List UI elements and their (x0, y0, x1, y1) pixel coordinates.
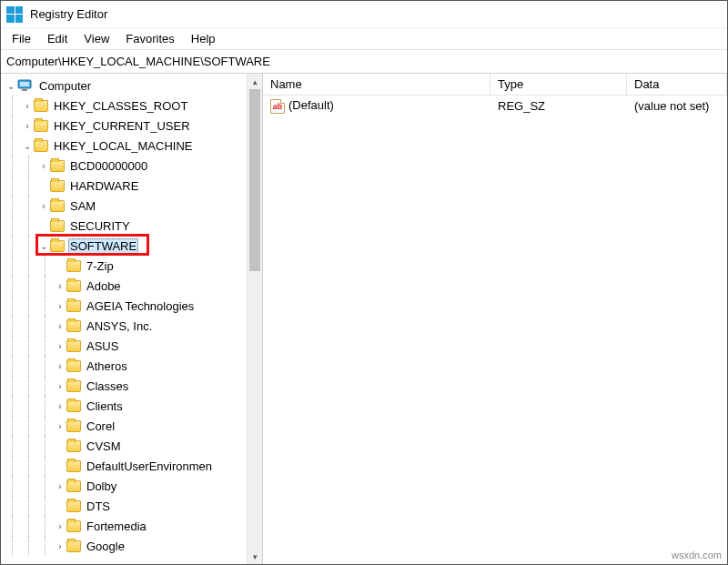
tree-pane: ⌄Computer›HKEY_CLASSES_ROOT›HKEY_CURRENT… (1, 74, 263, 564)
tree-item[interactable]: ›Corel (1, 416, 262, 436)
folder-icon (66, 280, 81, 292)
expand-icon[interactable]: › (54, 281, 66, 291)
tree-item[interactable]: ›SAM (1, 196, 262, 216)
tree-item[interactable]: ›Adobe (1, 276, 262, 296)
tree-label: SAM (68, 198, 97, 214)
tree-item[interactable]: ·7-Zip (1, 256, 262, 276)
tree-label: ASUS (85, 338, 120, 354)
column-header-type[interactable]: Type (490, 74, 627, 95)
tree-label: ANSYS, Inc. (85, 318, 154, 334)
tree-label: Fortemedia (85, 519, 148, 534)
string-value-icon: ab (270, 99, 285, 114)
menu-favorites[interactable]: Favorites (118, 30, 181, 47)
folder-icon (34, 140, 48, 152)
menu-edit[interactable]: Edit (40, 30, 75, 47)
folder-icon (66, 440, 81, 452)
scroll-down-icon[interactable]: ▾ (248, 549, 262, 564)
folder-icon (66, 340, 81, 352)
column-header-name[interactable]: Name (263, 74, 490, 95)
scroll-thumb[interactable] (249, 89, 260, 271)
collapse-icon[interactable]: ⌄ (21, 141, 34, 151)
menu-help[interactable]: Help (184, 30, 223, 47)
tree-root[interactable]: ⌄Computer (1, 76, 262, 96)
list-body: ab(Default)REG_SZ(value not set) (263, 96, 727, 116)
folder-icon (66, 460, 81, 472)
menu-bar: File Edit View Favorites Help (1, 28, 727, 50)
expand-icon[interactable]: › (54, 401, 66, 411)
menu-file[interactable]: File (5, 30, 38, 47)
address-input[interactable] (5, 54, 723, 69)
menu-view[interactable]: View (76, 30, 116, 47)
tree-item[interactable]: ›ANSYS, Inc. (1, 316, 262, 336)
tree-label: Clients (85, 399, 125, 414)
tree-label: Google (85, 539, 126, 554)
tree-item[interactable]: ›Atheros (1, 356, 262, 376)
tree-item[interactable]: ›Classes (1, 376, 262, 396)
tree-item[interactable]: ·DefaultUserEnvironmen (1, 456, 262, 476)
tree-item[interactable]: ⌄SOFTWARE (1, 236, 262, 256)
expand-icon[interactable]: › (54, 521, 66, 531)
tree-label: AGEIA Technologies (85, 298, 196, 314)
expander-placeholder: · (54, 501, 66, 511)
expand-icon[interactable]: › (54, 381, 66, 391)
expander-placeholder: · (54, 461, 66, 471)
folder-icon (66, 300, 81, 312)
tree-item[interactable]: ⌄HKEY_LOCAL_MACHINE (1, 136, 262, 156)
folder-icon (66, 540, 81, 552)
tree-item[interactable]: ›Google (1, 536, 262, 556)
expand-icon[interactable]: › (37, 161, 50, 171)
tree-label: SECURITY (68, 218, 132, 234)
tree-item[interactable]: ›Dolby (1, 476, 262, 496)
tree-item[interactable]: ›Clients (1, 396, 262, 416)
tree-item[interactable]: ·CVSM (1, 436, 262, 456)
window-title: Registry Editor (30, 7, 107, 21)
expander-placeholder: · (37, 221, 50, 231)
expander-placeholder: · (54, 441, 66, 451)
expand-icon[interactable]: › (54, 481, 66, 491)
tree-label: Dolby (85, 479, 118, 494)
expand-icon[interactable]: › (54, 321, 66, 331)
folder-icon (66, 260, 81, 272)
folder-icon (66, 320, 81, 332)
tree-scrollbar[interactable]: ▴ ▾ (247, 74, 262, 564)
tree-item[interactable]: ›HKEY_CLASSES_ROOT (1, 96, 262, 116)
tree-item[interactable]: ›AGEIA Technologies (1, 296, 262, 316)
scroll-up-icon[interactable]: ▴ (248, 74, 262, 89)
tree-item[interactable]: ›BCD00000000 (1, 156, 262, 176)
tree-label: HKEY_CURRENT_USER (52, 118, 192, 134)
tree-label: HKEY_CLASSES_ROOT (52, 98, 189, 114)
tree-item[interactable]: ›ASUS (1, 336, 262, 356)
expand-icon[interactable]: › (37, 201, 50, 211)
folder-icon (66, 400, 81, 412)
tree-view[interactable]: ⌄Computer›HKEY_CLASSES_ROOT›HKEY_CURRENT… (1, 74, 262, 564)
tree-label: HARDWARE (68, 178, 140, 194)
folder-icon (34, 120, 48, 132)
expand-icon[interactable]: › (54, 301, 66, 311)
folder-icon (66, 360, 81, 372)
watermark: wsxdn.com (672, 550, 722, 560)
column-header-data[interactable]: Data (627, 74, 727, 95)
tree-label: Atheros (85, 358, 129, 374)
tree-item[interactable]: ·HARDWARE (1, 176, 262, 196)
tree-label: Corel (85, 419, 116, 434)
tree-label: Adobe (85, 278, 123, 294)
list-row[interactable]: ab(Default)REG_SZ(value not set) (263, 96, 727, 116)
expand-icon[interactable]: › (54, 541, 66, 551)
tree-label: SOFTWARE (68, 238, 138, 254)
value-data-cell: (value not set) (627, 99, 727, 113)
tree-label: 7-Zip (85, 258, 116, 274)
collapse-icon[interactable]: ⌄ (37, 241, 50, 251)
expand-icon[interactable]: › (54, 361, 66, 371)
tree-item[interactable]: ›Fortemedia (1, 516, 262, 536)
tree-label: CVSM (85, 439, 123, 454)
tree-item[interactable]: ·DTS (1, 496, 262, 516)
tree-label: DTS (85, 499, 112, 514)
expand-icon[interactable]: › (21, 121, 34, 131)
collapse-icon[interactable]: ⌄ (5, 81, 17, 91)
tree-item[interactable]: ·SECURITY (1, 216, 262, 236)
tree-item[interactable]: ›HKEY_CURRENT_USER (1, 116, 262, 136)
expand-icon[interactable]: › (54, 341, 66, 351)
folder-icon (66, 500, 81, 512)
expand-icon[interactable]: › (54, 421, 66, 431)
expand-icon[interactable]: › (21, 101, 34, 111)
